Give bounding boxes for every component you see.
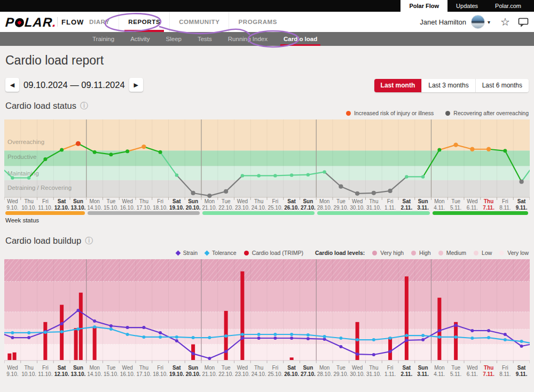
polar-flow-app: Polar FlowUpdatesPolar.com PLAR. FLOW DI… <box>0 0 534 392</box>
nav-item-diary[interactable]: DIARY <box>80 12 119 32</box>
legend-dot-icon <box>474 251 478 255</box>
axis-day-label: Sat9.11. <box>513 365 530 377</box>
info-icon[interactable]: ⓘ <box>85 236 93 246</box>
subnav-item-training[interactable]: Training <box>84 32 122 46</box>
legend-item: Increased risk of injury or illness <box>346 110 434 116</box>
topbar-tab-polar-flow[interactable]: Polar Flow <box>400 0 447 12</box>
logo-text: LAR <box>24 15 53 30</box>
axis-day-label: Tue5.11. <box>447 198 464 211</box>
buildup-heading-text: Cardio load buildup <box>5 236 81 246</box>
axis-day-label: Mon4.11. <box>431 365 448 377</box>
axis-day-label: Wed6.11. <box>464 365 481 377</box>
axis-day-label: Sun13.10. <box>70 198 87 211</box>
axis-day-label: Tue29.10. <box>333 365 349 377</box>
cardio-load-buildup-chart[interactable] <box>4 259 530 365</box>
date-range: 09.10.2024 — 09.11.2024 <box>23 80 125 90</box>
svg-text:Detraining / Recovering: Detraining / Recovering <box>7 185 72 191</box>
axis-day-label: Wed9.10. <box>4 365 21 377</box>
info-icon[interactable]: ⓘ <box>80 101 88 111</box>
axis-day-label: Wed16.10. <box>119 198 136 211</box>
nav-item-reports[interactable]: REPORTS <box>119 12 169 32</box>
last-6-months-button[interactable]: Last 6 months <box>475 79 529 92</box>
axis-day-label: Sat12.10. <box>53 365 70 377</box>
legend-dot-icon <box>244 251 249 255</box>
axis-day-label: Wed23.10. <box>234 198 251 211</box>
week-status-segment <box>317 211 429 215</box>
avatar[interactable] <box>471 15 485 29</box>
legend-item: High <box>411 250 431 256</box>
last-month-button[interactable]: Last month <box>374 79 422 92</box>
main-header: PLAR. FLOW DIARYREPORTSCOMMUNITYPROGRAMS… <box>0 12 534 32</box>
buildup-section-heading: Cardio load buildup ⓘ <box>5 236 93 246</box>
axis-day-label: Wed30.10. <box>349 198 366 211</box>
favorite-star-icon[interactable]: ☆ <box>500 15 510 28</box>
polar-logo[interactable]: PLAR. <box>5 15 57 30</box>
axis-day-label: Fri1.11. <box>382 198 398 211</box>
status-legend: Increased risk of injury or illnessRecov… <box>346 110 529 116</box>
axis-day-label: Wed6.11. <box>464 198 481 211</box>
week-status-bar <box>4 211 530 215</box>
topbar-tab-polar-com[interactable]: Polar.com <box>486 0 530 12</box>
chevron-down-icon[interactable]: ▾ <box>488 19 490 25</box>
axis-day-label: Sun20.10. <box>185 365 201 377</box>
axis-day-label: Thu31.10. <box>366 198 382 211</box>
axis-day-label: Sun20.10. <box>185 198 201 211</box>
feedback-chat-icon[interactable] <box>518 18 529 27</box>
svg-text:Maintaining: Maintaining <box>7 170 39 177</box>
legend-item: Cardio load (TRIMP) <box>244 250 303 256</box>
axis-day-label: Thu31.10. <box>366 365 382 377</box>
axis-day-label: Sun13.10. <box>70 365 87 377</box>
nav-item-programs[interactable]: PROGRAMS <box>229 12 286 32</box>
cardio-load-levels-label: Cardio load levels: <box>315 250 365 256</box>
subnav-item-sleep[interactable]: Sleep <box>158 32 190 46</box>
axis-day-label: Fri18.10. <box>152 365 169 377</box>
divider <box>57 17 58 27</box>
last-3-months-button[interactable]: Last 3 months <box>421 79 475 92</box>
user-name[interactable]: Janet Hamilton <box>420 18 466 26</box>
axis-day-label: Wed9.10. <box>4 198 21 211</box>
axis-day-label: Mon21.10. <box>201 198 218 211</box>
axis-day-label: Thu10.10. <box>21 198 37 211</box>
axis-day-label: Thu7.11. <box>481 198 497 211</box>
axis-day-label: Sun27.10. <box>300 365 317 377</box>
subnav-item-cardio-load[interactable]: Cardio load <box>276 32 325 46</box>
nav-item-community[interactable]: COMMUNITY <box>169 12 229 32</box>
cardio-load-status-chart[interactable]: OverreachingProductiveMaintainingDetrain… <box>4 119 530 201</box>
topbar-tabs: Polar FlowUpdatesPolar.com <box>400 0 530 12</box>
axis-day-label: Tue5.11. <box>447 365 464 377</box>
axis-day-label: Sat19.10. <box>169 365 185 377</box>
axis-day-label: Sat26.10. <box>284 365 300 377</box>
legend-item: Medium <box>438 250 466 256</box>
topbar-tab-updates[interactable]: Updates <box>447 0 486 12</box>
axis-day-label: Fri25.10. <box>267 365 284 377</box>
week-status-label: Week status <box>5 217 39 223</box>
legend-marker-icon <box>175 250 180 255</box>
subnav-item-activity[interactable]: Activity <box>122 32 158 46</box>
svg-text:Productive: Productive <box>7 154 36 160</box>
date-navigation: ◀ 09.10.2024 — 09.11.2024 ▶ <box>5 78 143 92</box>
subnav-item-tests[interactable]: Tests <box>190 32 220 46</box>
axis-day-label: Sat9.11. <box>513 198 530 211</box>
axis-day-label: Sat2.11. <box>398 198 415 211</box>
prev-period-button[interactable]: ◀ <box>5 78 19 92</box>
axis-day-label: Sat19.10. <box>169 198 185 211</box>
axis-day-label: Wed30.10. <box>349 365 366 377</box>
buildup-chart-axis: Wed9.10.Thu10.10.Fri11.10.Sat12.10.Sun13… <box>4 365 530 377</box>
axis-day-label: Tue22.10. <box>218 198 234 211</box>
axis-day-label: Sat12.10. <box>53 198 70 211</box>
range-button-group: Last monthLast 3 monthsLast 6 months <box>374 79 529 92</box>
next-period-button[interactable]: ▶ <box>129 78 143 92</box>
logo-text: P <box>5 15 15 30</box>
subnav-item-running-index[interactable]: Running Index <box>220 32 276 46</box>
axis-day-label: Thu10.10. <box>21 365 37 377</box>
axis-day-label: Tue15.10. <box>103 198 120 211</box>
axis-day-label: Fri25.10. <box>267 198 284 211</box>
axis-day-label: Mon28.10. <box>316 365 333 377</box>
axis-day-label: Fri1.11. <box>382 365 398 377</box>
axis-day-label: Sat26.10. <box>284 198 300 211</box>
axis-day-label: Tue15.10. <box>103 365 120 377</box>
week-status-segment <box>202 211 315 215</box>
header-right: Janet Hamilton ▾ ☆ <box>420 12 529 32</box>
axis-day-label: Fri11.10. <box>37 198 54 211</box>
buildup-legend: StrainToleranceCardio load (TRIMP)Cardio… <box>176 250 529 256</box>
